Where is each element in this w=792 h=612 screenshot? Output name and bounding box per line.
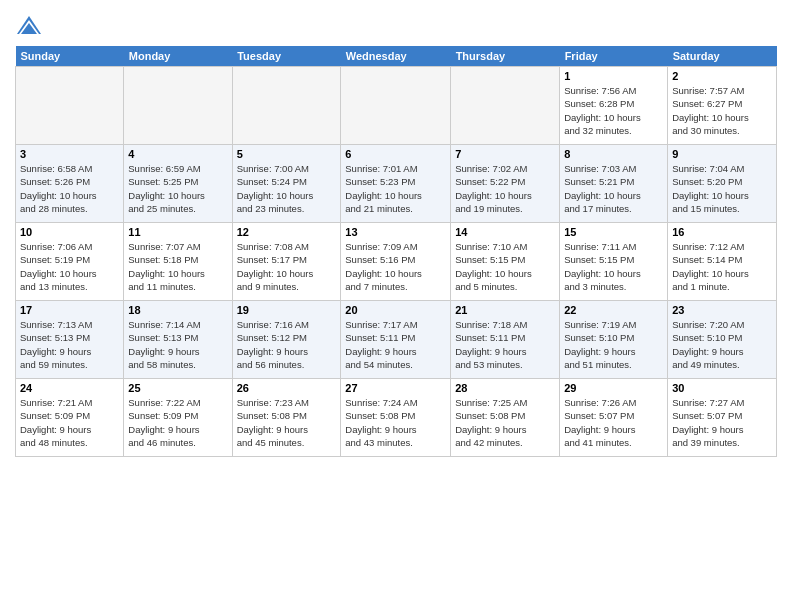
day-info: Sunrise: 7:01 AM Sunset: 5:23 PM Dayligh…	[345, 162, 446, 215]
day-number: 26	[237, 382, 337, 394]
day-number: 7	[455, 148, 555, 160]
day-info: Sunrise: 7:17 AM Sunset: 5:11 PM Dayligh…	[345, 318, 446, 371]
calendar-cell: 2Sunrise: 7:57 AM Sunset: 6:27 PM Daylig…	[668, 67, 777, 145]
day-number: 10	[20, 226, 119, 238]
calendar-cell	[341, 67, 451, 145]
calendar-week-0: 1Sunrise: 7:56 AM Sunset: 6:28 PM Daylig…	[16, 67, 777, 145]
weekday-header-sunday: Sunday	[16, 46, 124, 67]
day-info: Sunrise: 7:25 AM Sunset: 5:08 PM Dayligh…	[455, 396, 555, 449]
calendar-cell: 29Sunrise: 7:26 AM Sunset: 5:07 PM Dayli…	[560, 379, 668, 457]
calendar-cell	[232, 67, 341, 145]
calendar-week-4: 24Sunrise: 7:21 AM Sunset: 5:09 PM Dayli…	[16, 379, 777, 457]
header	[15, 10, 777, 42]
calendar-cell: 19Sunrise: 7:16 AM Sunset: 5:12 PM Dayli…	[232, 301, 341, 379]
weekday-header-saturday: Saturday	[668, 46, 777, 67]
day-number: 16	[672, 226, 772, 238]
day-info: Sunrise: 7:57 AM Sunset: 6:27 PM Dayligh…	[672, 84, 772, 137]
day-info: Sunrise: 6:58 AM Sunset: 5:26 PM Dayligh…	[20, 162, 119, 215]
weekday-header-friday: Friday	[560, 46, 668, 67]
calendar-table: SundayMondayTuesdayWednesdayThursdayFrid…	[15, 46, 777, 457]
day-info: Sunrise: 7:07 AM Sunset: 5:18 PM Dayligh…	[128, 240, 227, 293]
day-number: 14	[455, 226, 555, 238]
day-info: Sunrise: 7:22 AM Sunset: 5:09 PM Dayligh…	[128, 396, 227, 449]
day-info: Sunrise: 7:14 AM Sunset: 5:13 PM Dayligh…	[128, 318, 227, 371]
day-number: 17	[20, 304, 119, 316]
day-info: Sunrise: 7:18 AM Sunset: 5:11 PM Dayligh…	[455, 318, 555, 371]
day-number: 3	[20, 148, 119, 160]
calendar-cell: 21Sunrise: 7:18 AM Sunset: 5:11 PM Dayli…	[451, 301, 560, 379]
calendar-cell: 24Sunrise: 7:21 AM Sunset: 5:09 PM Dayli…	[16, 379, 124, 457]
day-number: 28	[455, 382, 555, 394]
day-number: 2	[672, 70, 772, 82]
calendar-cell: 6Sunrise: 7:01 AM Sunset: 5:23 PM Daylig…	[341, 145, 451, 223]
day-number: 9	[672, 148, 772, 160]
calendar-week-1: 3Sunrise: 6:58 AM Sunset: 5:26 PM Daylig…	[16, 145, 777, 223]
day-info: Sunrise: 6:59 AM Sunset: 5:25 PM Dayligh…	[128, 162, 227, 215]
calendar-cell: 15Sunrise: 7:11 AM Sunset: 5:15 PM Dayli…	[560, 223, 668, 301]
logo	[15, 14, 46, 42]
day-number: 15	[564, 226, 663, 238]
calendar-cell: 3Sunrise: 6:58 AM Sunset: 5:26 PM Daylig…	[16, 145, 124, 223]
day-info: Sunrise: 7:00 AM Sunset: 5:24 PM Dayligh…	[237, 162, 337, 215]
calendar-cell: 8Sunrise: 7:03 AM Sunset: 5:21 PM Daylig…	[560, 145, 668, 223]
day-number: 12	[237, 226, 337, 238]
weekday-header-tuesday: Tuesday	[232, 46, 341, 67]
day-info: Sunrise: 7:27 AM Sunset: 5:07 PM Dayligh…	[672, 396, 772, 449]
day-number: 20	[345, 304, 446, 316]
day-number: 8	[564, 148, 663, 160]
day-number: 5	[237, 148, 337, 160]
calendar-cell: 30Sunrise: 7:27 AM Sunset: 5:07 PM Dayli…	[668, 379, 777, 457]
calendar-cell: 23Sunrise: 7:20 AM Sunset: 5:10 PM Dayli…	[668, 301, 777, 379]
weekday-header-thursday: Thursday	[451, 46, 560, 67]
day-info: Sunrise: 7:21 AM Sunset: 5:09 PM Dayligh…	[20, 396, 119, 449]
calendar-week-2: 10Sunrise: 7:06 AM Sunset: 5:19 PM Dayli…	[16, 223, 777, 301]
calendar-cell: 16Sunrise: 7:12 AM Sunset: 5:14 PM Dayli…	[668, 223, 777, 301]
calendar-cell: 14Sunrise: 7:10 AM Sunset: 5:15 PM Dayli…	[451, 223, 560, 301]
calendar-cell: 12Sunrise: 7:08 AM Sunset: 5:17 PM Dayli…	[232, 223, 341, 301]
day-info: Sunrise: 7:24 AM Sunset: 5:08 PM Dayligh…	[345, 396, 446, 449]
main-container: SundayMondayTuesdayWednesdayThursdayFrid…	[0, 0, 792, 462]
day-info: Sunrise: 7:20 AM Sunset: 5:10 PM Dayligh…	[672, 318, 772, 371]
day-number: 4	[128, 148, 227, 160]
day-number: 24	[20, 382, 119, 394]
day-number: 22	[564, 304, 663, 316]
calendar-cell: 25Sunrise: 7:22 AM Sunset: 5:09 PM Dayli…	[124, 379, 232, 457]
calendar-cell	[124, 67, 232, 145]
day-info: Sunrise: 7:13 AM Sunset: 5:13 PM Dayligh…	[20, 318, 119, 371]
day-info: Sunrise: 7:06 AM Sunset: 5:19 PM Dayligh…	[20, 240, 119, 293]
day-info: Sunrise: 7:26 AM Sunset: 5:07 PM Dayligh…	[564, 396, 663, 449]
day-number: 19	[237, 304, 337, 316]
calendar-cell: 17Sunrise: 7:13 AM Sunset: 5:13 PM Dayli…	[16, 301, 124, 379]
calendar-cell: 26Sunrise: 7:23 AM Sunset: 5:08 PM Dayli…	[232, 379, 341, 457]
day-info: Sunrise: 7:04 AM Sunset: 5:20 PM Dayligh…	[672, 162, 772, 215]
weekday-header-wednesday: Wednesday	[341, 46, 451, 67]
day-number: 18	[128, 304, 227, 316]
calendar-cell	[16, 67, 124, 145]
calendar-cell	[451, 67, 560, 145]
calendar-cell: 1Sunrise: 7:56 AM Sunset: 6:28 PM Daylig…	[560, 67, 668, 145]
day-info: Sunrise: 7:56 AM Sunset: 6:28 PM Dayligh…	[564, 84, 663, 137]
calendar-cell: 13Sunrise: 7:09 AM Sunset: 5:16 PM Dayli…	[341, 223, 451, 301]
logo-icon	[15, 14, 43, 42]
calendar-cell: 7Sunrise: 7:02 AM Sunset: 5:22 PM Daylig…	[451, 145, 560, 223]
day-info: Sunrise: 7:10 AM Sunset: 5:15 PM Dayligh…	[455, 240, 555, 293]
calendar-cell: 10Sunrise: 7:06 AM Sunset: 5:19 PM Dayli…	[16, 223, 124, 301]
day-info: Sunrise: 7:16 AM Sunset: 5:12 PM Dayligh…	[237, 318, 337, 371]
day-number: 21	[455, 304, 555, 316]
day-number: 30	[672, 382, 772, 394]
day-number: 6	[345, 148, 446, 160]
day-number: 25	[128, 382, 227, 394]
calendar-cell: 27Sunrise: 7:24 AM Sunset: 5:08 PM Dayli…	[341, 379, 451, 457]
calendar-cell: 11Sunrise: 7:07 AM Sunset: 5:18 PM Dayli…	[124, 223, 232, 301]
day-number: 27	[345, 382, 446, 394]
calendar-cell: 20Sunrise: 7:17 AM Sunset: 5:11 PM Dayli…	[341, 301, 451, 379]
day-info: Sunrise: 7:08 AM Sunset: 5:17 PM Dayligh…	[237, 240, 337, 293]
calendar-week-3: 17Sunrise: 7:13 AM Sunset: 5:13 PM Dayli…	[16, 301, 777, 379]
day-info: Sunrise: 7:19 AM Sunset: 5:10 PM Dayligh…	[564, 318, 663, 371]
weekday-header-row: SundayMondayTuesdayWednesdayThursdayFrid…	[16, 46, 777, 67]
day-number: 11	[128, 226, 227, 238]
calendar-cell: 9Sunrise: 7:04 AM Sunset: 5:20 PM Daylig…	[668, 145, 777, 223]
calendar-cell: 5Sunrise: 7:00 AM Sunset: 5:24 PM Daylig…	[232, 145, 341, 223]
day-number: 23	[672, 304, 772, 316]
day-info: Sunrise: 7:02 AM Sunset: 5:22 PM Dayligh…	[455, 162, 555, 215]
